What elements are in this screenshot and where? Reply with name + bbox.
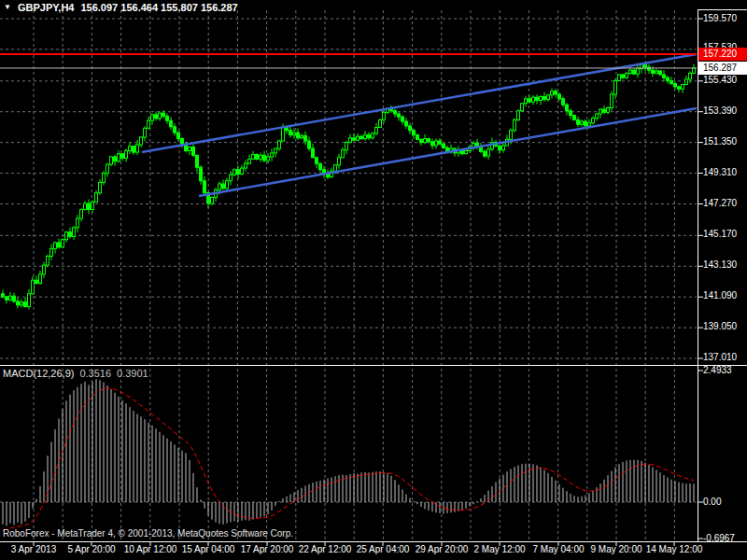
date-label: 9 May 20:00 — [590, 544, 641, 554]
candle-body — [685, 79, 688, 85]
red-level-badge: 157.220 — [698, 48, 747, 61]
candle-body — [484, 151, 486, 156]
candle-body — [637, 69, 640, 75]
candle-body — [241, 168, 244, 174]
date-label: 25 Apr 04:00 — [357, 544, 410, 554]
candle-body — [499, 147, 501, 150]
candle-body — [435, 141, 438, 146]
candle-body — [24, 302, 27, 307]
candle-body — [319, 163, 322, 169]
candle-body — [372, 133, 374, 138]
candle-body — [151, 115, 154, 120]
candle-body — [428, 139, 430, 142]
candle-body — [420, 139, 423, 142]
candle-body — [278, 141, 281, 148]
candle-body — [58, 243, 61, 247]
candle-body — [394, 111, 397, 114]
candle-body — [585, 121, 587, 126]
price-axis-label: 149.310 — [703, 167, 746, 178]
candle-body — [13, 296, 16, 301]
chart-title: ▼ GBPJPY,H4 156.097 156.464 155.807 156.… — [4, 2, 238, 13]
price-axis-label: 143.130 — [703, 259, 746, 271]
candle-body — [237, 170, 240, 175]
candle-body — [304, 135, 307, 141]
candle-body — [555, 91, 557, 94]
candle-body — [364, 135, 367, 139]
candle-body — [118, 154, 120, 161]
candle-body — [424, 139, 427, 143]
candle-body — [502, 146, 505, 150]
candle-body — [144, 128, 147, 137]
candle-body — [35, 280, 38, 283]
candle-body — [592, 119, 595, 123]
candle-body — [353, 138, 356, 140]
candle-body — [525, 99, 528, 104]
candle-body — [345, 143, 348, 150]
candle-body — [196, 155, 199, 167]
candle-body — [21, 302, 23, 305]
candle-body — [308, 141, 311, 148]
symbol-timeframe: GBPJPY,H4 — [18, 2, 75, 13]
candle-body — [28, 294, 31, 307]
candle-body — [230, 175, 233, 180]
candle-body — [204, 181, 206, 193]
candle-body — [558, 94, 561, 99]
candle-body — [218, 184, 221, 189]
candle-body — [655, 71, 658, 73]
candle-body — [443, 144, 445, 147]
candle-body — [65, 232, 68, 240]
candle-body — [110, 157, 113, 164]
candle-body — [133, 147, 135, 152]
date-label: 29 Apr 20:00 — [416, 544, 469, 554]
candle-body — [405, 121, 408, 126]
candle-body — [88, 203, 91, 209]
candle-body — [663, 75, 666, 77]
candle-body — [200, 167, 203, 181]
candle-body — [92, 202, 94, 209]
candle-body — [162, 113, 165, 116]
candle-body — [532, 97, 535, 102]
candle-body — [588, 123, 591, 126]
date-label: 14 May 12:00 — [646, 544, 703, 554]
price-axis-label: 145.170 — [703, 229, 746, 240]
date-label: 7 May 04:00 — [532, 544, 584, 554]
candle-body — [375, 127, 378, 133]
candle-body — [95, 193, 98, 203]
candle-body — [114, 157, 117, 161]
candle-body — [39, 274, 42, 284]
trendline-channel-lower[interactable] — [199, 108, 697, 196]
chart-dropdown-icon[interactable]: ▼ — [4, 3, 11, 12]
date-label: 17 Apr 20:00 — [241, 544, 294, 554]
candle-body — [252, 155, 255, 160]
candle-body — [648, 67, 651, 70]
candle-body — [678, 87, 681, 89]
candle-body — [248, 159, 251, 163]
candle-body — [431, 142, 434, 146]
candle-body — [622, 75, 625, 77]
candle-body — [682, 85, 684, 90]
macd-axis-label: -0.6967 — [703, 533, 746, 544]
candle-body — [626, 73, 628, 77]
candle-body — [222, 184, 225, 189]
date-label: 22 Apr 12:00 — [299, 544, 352, 554]
macd-name: MACD(12,26,9) — [3, 368, 74, 379]
chart-canvas[interactable] — [0, 0, 747, 560]
candle-body — [312, 148, 315, 158]
candle-body — [155, 115, 158, 119]
candle-body — [652, 70, 655, 73]
candle-body — [674, 84, 677, 87]
candle-body — [603, 109, 606, 112]
candle-body — [644, 65, 647, 67]
candle-body — [263, 155, 266, 161]
candle-body — [562, 99, 565, 105]
candle-body — [416, 135, 419, 140]
candle-body — [233, 170, 236, 175]
candle-body — [342, 150, 345, 158]
candle-body — [510, 131, 513, 140]
candle-body — [136, 145, 139, 152]
candle-body — [256, 155, 259, 160]
candle-body — [529, 99, 531, 102]
candle-body — [599, 109, 602, 114]
date-label: 5 Apr 20:00 — [67, 544, 115, 554]
candle-body — [633, 70, 636, 74]
